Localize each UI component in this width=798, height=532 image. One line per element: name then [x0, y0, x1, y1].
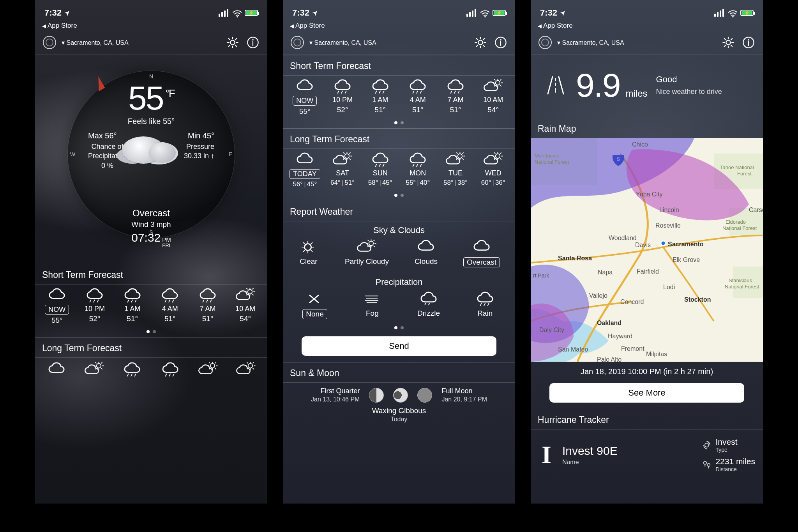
forecast-temp: 51° — [202, 315, 214, 323]
wifi-icon — [727, 8, 737, 18]
location-dropdown[interactable]: ▾ Sacramento, CA, USA — [557, 39, 624, 46]
svg-point-15 — [661, 241, 666, 246]
app-logo-icon[interactable] — [43, 36, 56, 49]
location-dropdown[interactable]: ▾ Sacramento, CA, USA — [309, 39, 376, 46]
svg-text:Chico: Chico — [632, 141, 648, 148]
forecast-hour[interactable]: NOW 55° — [38, 288, 76, 325]
svg-text:Fairfield: Fairfield — [637, 268, 659, 275]
long-term-row[interactable]: TODAY 56°|45° SAT 64°|51° SUN 58°|45° MO… — [283, 149, 515, 192]
report-choice[interactable]: Clear — [298, 239, 319, 267]
forecast-day[interactable]: TODAY 56°|45° — [286, 152, 324, 188]
forecast-day[interactable]: WED 60°|36° — [474, 152, 512, 188]
report-choice[interactable]: Partly Cloudy — [345, 239, 389, 267]
svg-text:Lodi: Lodi — [663, 284, 675, 290]
forecast-temp: 55° — [299, 107, 311, 116]
forecast-hour[interactable]: 7 AM 51° — [189, 288, 227, 325]
forecast-day[interactable] — [38, 362, 74, 377]
cellular-icon — [219, 9, 228, 17]
forecast-day[interactable] — [152, 362, 188, 377]
status-bar: 7:32 — [531, 0, 763, 22]
forecast-temp: 51° — [450, 106, 461, 114]
forecast-day[interactable]: MON 55°|40° — [399, 152, 437, 188]
forecast-hour[interactable]: 10 PM 52° — [324, 79, 362, 116]
settings-button[interactable] — [474, 36, 487, 49]
forecast-day[interactable] — [228, 362, 264, 377]
back-to-appstore[interactable]: App Store — [35, 22, 267, 32]
svg-text:Roseville: Roseville — [655, 222, 681, 229]
forecast-temp: 54° — [240, 315, 251, 323]
back-to-appstore[interactable]: App Store — [531, 22, 763, 32]
forecast-hour[interactable]: 10 PM 52° — [76, 288, 114, 325]
location-services-icon — [311, 8, 319, 18]
road-icon — [544, 74, 567, 97]
svg-text:National Forest: National Forest — [535, 159, 569, 165]
report-choice[interactable]: None — [302, 291, 327, 319]
sun-icon — [298, 239, 319, 255]
rain-map[interactable]: 5 Chico MendocinoNational Forest Tahoe N… — [531, 138, 763, 362]
forecast-hour[interactable]: NOW 55° — [286, 79, 324, 116]
forecast-hour[interactable]: 10 AM 54° — [474, 79, 512, 116]
wind-pointer-icon — [92, 76, 105, 91]
cloud-drizzle-icon — [418, 291, 439, 307]
short-term-row[interactable]: NOW 55° 10 PM 52° 1 AM 51° 4 AM 51° 7 AM… — [283, 76, 515, 120]
choice-label: Clear — [300, 257, 317, 266]
svg-text:Stanislaus: Stanislaus — [729, 277, 752, 283]
cloud-rain-icon — [160, 361, 181, 378]
settings-button[interactable] — [722, 36, 735, 49]
svg-text:Vallejo: Vallejo — [589, 292, 607, 299]
forecast-hour[interactable]: 4 AM 51° — [151, 288, 189, 325]
drive-subtext: Nice weather to drive — [656, 88, 722, 95]
info-button[interactable] — [494, 36, 507, 49]
weather-dial[interactable]: N S E W 55°F Feels like 55° Max 56° Min … — [67, 71, 235, 238]
driving-visibility: 9.9 miles GoodNice weather to drive — [531, 55, 763, 118]
forecast-day[interactable]: SUN 58°|45° — [361, 152, 399, 188]
location-services-icon — [63, 8, 71, 18]
forecast-hour[interactable]: 4 AM 51° — [399, 79, 437, 116]
send-button[interactable]: Send — [302, 336, 497, 356]
screen-map: 7:32 App Store ▾ Sacramento, CA, USA 9.9… — [531, 0, 763, 504]
info-button[interactable] — [246, 36, 260, 49]
rainmap-timestamp: Jan 18, 2019 10:00 PM (in 2 h 27 min) — [531, 362, 763, 380]
forecast-day[interactable] — [190, 362, 226, 377]
svg-text:National Forest: National Forest — [725, 284, 759, 290]
short-term-row[interactable]: NOW 55° 10 PM 52° 1 AM 51° 4 AM 51° 7 AM… — [35, 285, 267, 329]
status-bar: 7:32 — [283, 0, 515, 22]
forecast-day[interactable]: TUE 58°|38° — [437, 152, 475, 188]
report-choice[interactable]: Rain — [475, 291, 496, 319]
report-choice[interactable]: Fog — [362, 291, 383, 319]
forecast-hour[interactable]: 1 AM 51° — [113, 288, 151, 325]
back-to-appstore[interactable]: App Store — [283, 22, 515, 32]
app-logo-icon[interactable] — [538, 36, 552, 49]
report-choice[interactable]: Drizzle — [417, 291, 440, 319]
report-choice[interactable]: Clouds — [415, 239, 438, 267]
forecast-hour[interactable]: 7 AM 51° — [437, 79, 475, 116]
forecast-day[interactable] — [76, 362, 112, 377]
long-term-row-clipped[interactable] — [35, 358, 267, 381]
compass-w: W — [70, 151, 75, 157]
report-choice[interactable]: Overcast — [463, 239, 500, 267]
forecast-day[interactable] — [114, 362, 150, 377]
gear-icon — [722, 36, 735, 49]
status-time: 7:32 — [292, 8, 309, 18]
forecast-day-label: SUN — [373, 169, 388, 177]
forecast-day[interactable]: SAT 64°|51° — [324, 152, 362, 188]
see-more-button[interactable]: See More — [549, 383, 745, 403]
svg-text:Yuba City: Yuba City — [636, 191, 662, 198]
svg-text:Milpitas: Milpitas — [646, 351, 667, 357]
gear-icon — [474, 36, 487, 49]
settings-button[interactable] — [226, 36, 239, 49]
app-logo-icon[interactable] — [291, 36, 304, 49]
hurricane-row[interactable]: I Invest 90EName InvestType 2231 milesDi… — [531, 429, 763, 476]
hurricane-name-sub: Name — [562, 458, 618, 466]
app-header: ▾ Sacramento, CA, USA — [283, 32, 515, 55]
choice-label: None — [302, 309, 327, 319]
cloud-rain-icon — [475, 291, 496, 307]
info-button[interactable] — [742, 36, 755, 49]
svg-text:Davis: Davis — [635, 242, 651, 248]
location-dropdown[interactable]: ▾ Sacramento, CA, USA — [62, 39, 129, 46]
forecast-hour[interactable]: 10 AM 54° — [226, 288, 264, 325]
long-term-section-preview: Long Term Forecast — [35, 337, 267, 381]
short-term-section: Short Term Forecast NOW 55° 10 PM 52° 1 … — [35, 264, 267, 337]
forecast-hour[interactable]: 1 AM 51° — [361, 79, 399, 116]
forecast-day-label: TUE — [448, 169, 463, 177]
